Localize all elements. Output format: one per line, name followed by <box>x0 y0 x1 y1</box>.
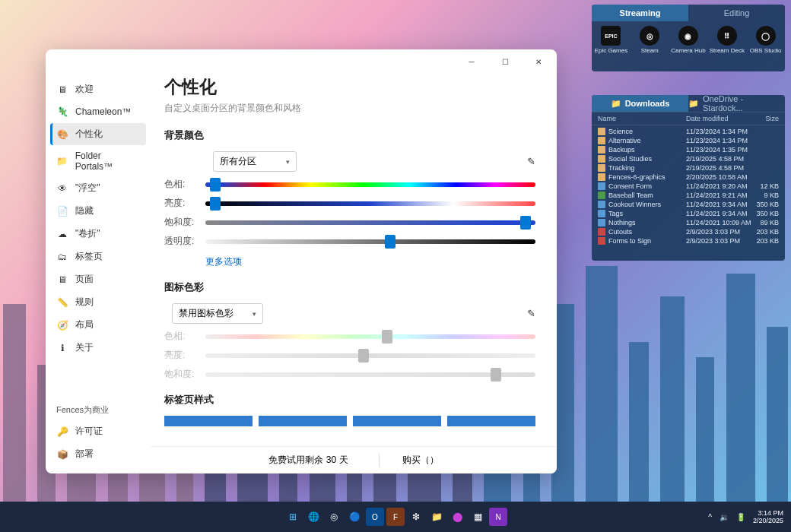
close-button[interactable]: ✕ <box>522 49 555 74</box>
edge-icon[interactable]: 🌐 <box>304 508 322 526</box>
bg-more-options-link[interactable]: 更多选项 <box>205 255 242 268</box>
list-item[interactable]: Nothings11/24/2021 10:09 AM89 KB <box>592 218 785 227</box>
app-shortcut[interactable]: ◎Steam <box>633 26 666 54</box>
list-item[interactable]: Science11/23/2024 1:34 PM <box>592 127 785 136</box>
page-icon: 🖥 <box>56 274 68 286</box>
tab-style-option[interactable] <box>164 416 253 426</box>
app-shortcut[interactable]: ◉Camera Hub <box>672 26 705 54</box>
window-titlebar[interactable]: ─ ☐ ✕ <box>46 49 557 74</box>
bg-hue-slider[interactable] <box>205 182 535 187</box>
icon-tint-select[interactable]: 禁用图标色彩 ▾ <box>172 303 263 324</box>
taskbar[interactable]: ⊞ 🌐 ◎ 🔵 O F ❇ 📁 ⬤ ▦ N ^ 🔉 🔋 3:14 PM 2/20… <box>0 502 791 532</box>
bg-saturation-slider[interactable] <box>205 220 535 225</box>
fence-tab-streaming[interactable]: Streaming <box>592 5 688 21</box>
sidebar-item[interactable]: 👁"浮空" <box>50 177 146 199</box>
folder-icon: 📁 <box>56 155 68 167</box>
app-icon[interactable]: ◎ <box>325 508 343 526</box>
maximize-button[interactable]: ☐ <box>488 49 522 74</box>
app-label: Stream Deck <box>710 47 745 54</box>
sidebar-item[interactable]: 🦎Chameleon™ <box>50 101 146 122</box>
sidebar-item[interactable]: 🖥欢迎 <box>50 78 146 100</box>
app-shortcut[interactable]: EPICEpic Games <box>594 26 627 54</box>
sidebar-item[interactable]: 🎨个性化 <box>50 123 146 145</box>
tab-style-option[interactable] <box>447 416 535 426</box>
icon-saturation-label: 饱和度: <box>164 368 198 381</box>
license-icon: 🔑 <box>56 426 68 438</box>
bg-transparency-label: 透明度: <box>164 235 198 248</box>
tray-chevron-icon[interactable]: ^ <box>708 513 712 521</box>
float-icon: 👁 <box>56 182 68 195</box>
taskbar-tray: ^ 🔉 🔋 3:14 PM 2/20/2025 <box>708 509 791 525</box>
app-icon[interactable]: ❇ <box>407 508 425 526</box>
sidebar-item[interactable]: 📁Folder Portals™ <box>50 146 146 176</box>
eyedropper-icon[interactable]: ✎ <box>527 156 535 167</box>
app-icon[interactable]: 🔵 <box>345 508 364 526</box>
app-shortcut[interactable]: ⠿Stream Deck <box>710 26 744 54</box>
list-item[interactable]: Cutouts2/9/2023 3:03 PM203 KB <box>592 227 785 236</box>
file-icon <box>598 210 605 217</box>
file-icon <box>598 128 605 135</box>
icon-brightness-label: 亮度: <box>164 349 198 362</box>
start-icon[interactable]: ⊞ <box>284 508 302 526</box>
tab-style-option[interactable] <box>353 416 441 426</box>
bg-brightness-slider[interactable] <box>205 201 535 206</box>
app-label: Camera Hub <box>671 47 705 54</box>
list-item[interactable]: Backups11/23/2024 1:35 PM <box>592 145 785 154</box>
app-icon[interactable]: F <box>386 508 405 526</box>
fence-streaming[interactable]: Streaming Editing EPICEpic Games◎Steam◉C… <box>592 5 785 71</box>
sidebar-item[interactable]: 📏规则 <box>50 291 146 313</box>
list-item[interactable]: Tracking2/19/2025 4:58 PM <box>592 163 785 173</box>
sidebar-item[interactable]: 🗂标签页 <box>50 245 146 268</box>
app-icon[interactable]: ⬤ <box>448 508 466 526</box>
buy-link[interactable]: 购买（） <box>379 454 439 467</box>
tray-battery-icon[interactable]: 🔋 <box>736 513 745 521</box>
list-item[interactable]: Consent Form11/24/2021 9:20 AM12 KB <box>592 182 785 191</box>
sidebar-item-label: 页面 <box>75 273 94 286</box>
tab-style-option[interactable] <box>259 416 347 426</box>
sidebar-item-label: 欢迎 <box>75 83 94 96</box>
icon-hue-label: 色相: <box>164 330 198 343</box>
deploy-icon: 📦 <box>56 448 68 461</box>
personalize-icon: 🎨 <box>56 128 68 141</box>
list-item[interactable]: Tags11/24/2021 9:34 AM350 KB <box>592 209 785 218</box>
sidebar-item[interactable]: ☁"卷折" <box>50 223 146 245</box>
bg-brightness-label: 亮度: <box>164 197 198 210</box>
onenote-icon[interactable]: N <box>489 508 507 526</box>
list-item[interactable]: Fences-6-graphics2/20/2025 10:58 AM <box>592 173 785 182</box>
sidebar-item[interactable]: 🖥页面 <box>50 268 146 290</box>
app-icon[interactable]: O <box>366 508 384 526</box>
app-label: Steam <box>641 47 659 54</box>
list-item[interactable]: Baseball Team11/24/2021 9:21 AM9 KB <box>592 191 785 200</box>
app-icon[interactable]: ▦ <box>469 508 487 526</box>
list-item[interactable]: Alternative11/23/2024 1:34 PM <box>592 136 785 145</box>
explorer-icon[interactable]: 📁 <box>427 508 446 526</box>
bg-zone-select[interactable]: 所有分区 ▾ <box>213 151 297 172</box>
list-item[interactable]: Cookout Winners11/24/2021 9:34 AM350 KB <box>592 200 785 209</box>
sidebar-item[interactable]: ℹ关于 <box>50 337 146 359</box>
fence-tab-editing[interactable]: Editing <box>688 5 785 21</box>
section-icon-tint-heading: 图标色彩 <box>164 280 535 294</box>
fence-downloads[interactable]: 📁Downloads 📁OneDrive - Stardock... Name … <box>592 95 785 261</box>
file-icon <box>598 182 605 190</box>
page-subtitle: 自定义桌面分区的背景颜色和风格 <box>164 102 535 115</box>
tray-network-icon[interactable]: 🔉 <box>720 513 729 521</box>
app-shortcut[interactable]: ◯OBS Studio <box>749 26 783 54</box>
sidebar-item[interactable]: 🧭布局 <box>50 314 146 336</box>
app-label: OBS Studio <box>750 47 782 54</box>
minimize-button[interactable]: ─ <box>455 49 488 74</box>
fence-tab-onedrive[interactable]: 📁OneDrive - Stardock... <box>688 95 785 112</box>
bg-zone-select-value: 所有分区 <box>220 155 256 168</box>
sidebar-item[interactable]: 🔑许可证 <box>50 420 146 442</box>
eyedropper-icon[interactable]: ✎ <box>527 308 535 319</box>
sidebar-item[interactable]: 📄隐藏 <box>50 200 146 222</box>
list-item[interactable]: Social Studies2/19/2025 4:58 PM <box>592 154 785 163</box>
hide-icon: 📄 <box>56 205 68 217</box>
list-item[interactable]: Forms to Sign2/9/2023 3:03 PM203 KB <box>592 236 785 245</box>
sidebar-item[interactable]: 📦部署 <box>50 443 146 465</box>
chevron-down-icon: ▾ <box>253 310 256 318</box>
bg-transparency-slider[interactable] <box>205 239 535 244</box>
fence-tab-downloads[interactable]: 📁Downloads <box>592 95 688 112</box>
taskbar-clock[interactable]: 3:14 PM 2/20/2025 <box>753 509 783 525</box>
about-icon: ℹ <box>56 342 68 354</box>
sidebar-item-label: Chameleon™ <box>75 106 131 117</box>
